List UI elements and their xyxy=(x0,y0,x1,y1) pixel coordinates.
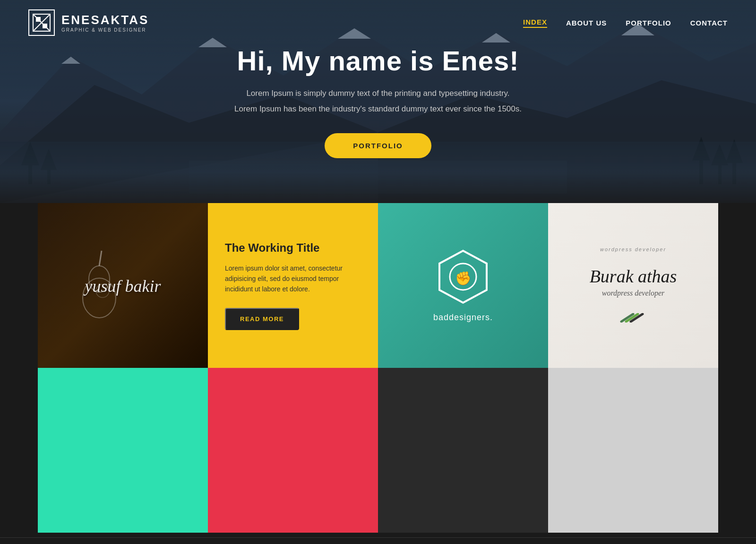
hero-cta-button[interactable]: PORTFOLIO xyxy=(325,133,431,158)
portfolio-item-light[interactable] xyxy=(548,368,718,533)
portfolio-item-teal[interactable] xyxy=(38,368,208,533)
portfolio-grid: yusuf bakir The Working Title Lorem ipsu… xyxy=(0,203,756,533)
portfolio-item-guitar[interactable]: yusuf bakir xyxy=(38,203,208,368)
portfolio-item-baddesigners[interactable]: ✊ baddesigners. xyxy=(378,203,548,368)
portfolio-item-red[interactable] xyxy=(208,368,378,533)
logo: ENESAKTAS GRAPHIC & WEB DESIGNER xyxy=(28,9,149,36)
header: ENESAKTAS GRAPHIC & WEB DESIGNER INDEX A… xyxy=(0,0,756,45)
baddesigners-label: baddesigners. xyxy=(433,313,493,323)
svg-text:wordpress developer: wordpress developer xyxy=(602,289,665,298)
hero-content: Hi, My name is Enes! Lorem Ipsum is simp… xyxy=(234,45,522,158)
card-title: The Working Title xyxy=(225,241,361,255)
nav-index[interactable]: INDEX xyxy=(523,18,547,28)
nav-portfolio[interactable]: PORTFOLIO xyxy=(626,19,671,27)
portfolio-item-burak[interactable]: wordpress developer Burak athas wordpres… xyxy=(548,203,718,368)
logo-icon xyxy=(28,9,55,36)
hero-para1: Lorem Ipsum is simply dummy text of the … xyxy=(234,87,522,101)
guitar-label: yusuf bakir xyxy=(52,241,194,330)
portfolio-item-dark[interactable] xyxy=(378,368,548,533)
svg-rect-4 xyxy=(43,24,47,28)
svg-rect-3 xyxy=(36,17,41,22)
logo-name: ENESAKTAS xyxy=(61,13,149,27)
card-body: Lorem ipsum dolor sit amet, consectetur … xyxy=(225,263,361,295)
nav-contact[interactable]: CONTACT xyxy=(690,19,728,27)
pencils-decoration xyxy=(572,313,695,324)
wp-top-label: wordpress developer xyxy=(572,246,695,252)
svg-line-30 xyxy=(99,251,102,266)
svg-text:yusuf bakir: yusuf bakir xyxy=(84,277,162,296)
read-more-button[interactable]: READ MORE xyxy=(225,308,299,330)
portfolio-item-yellow-card: The Working Title Lorem ipsum dolor sit … xyxy=(208,203,378,368)
hero-heading: Hi, My name is Enes! xyxy=(234,45,522,76)
logo-text: ENESAKTAS GRAPHIC & WEB DESIGNER xyxy=(61,13,149,33)
main-nav: INDEX ABOUT US PORTFOLIO CONTACT xyxy=(523,18,728,28)
svg-text:✊: ✊ xyxy=(455,271,472,286)
hero-para2: Lorem Ipsum has been the industry's stan… xyxy=(234,102,522,116)
logo-subtitle: GRAPHIC & WEB DESIGNER xyxy=(61,27,149,33)
burak-signature: Burak athas wordpress developer xyxy=(572,257,695,309)
footer: f 𝕏 Bē ⊕ xyxy=(0,537,756,544)
nav-about[interactable]: ABOUT US xyxy=(566,19,607,27)
hexagon-logo: ✊ xyxy=(435,248,491,305)
svg-text:Burak athas: Burak athas xyxy=(590,266,677,286)
